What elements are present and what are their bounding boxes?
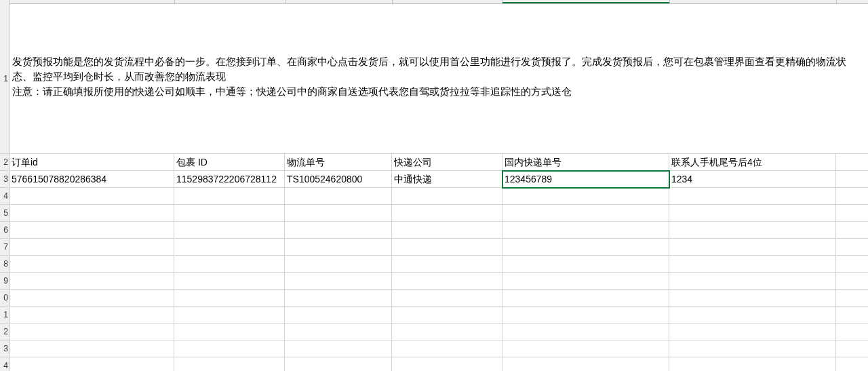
row-header-3[interactable]: 3 (0, 171, 9, 188)
row-header-1[interactable]: 1 (0, 4, 9, 154)
row-number-gutter: 1 2 3 4 5 6 7 8 9 0 1 2 3 4 (0, 0, 9, 371)
header-courier-company[interactable]: 快递公司 (392, 154, 502, 171)
empty-row[interactable] (9, 188, 868, 205)
empty-row[interactable] (9, 357, 868, 371)
row-header-9[interactable]: 9 (0, 273, 9, 290)
row-header-7[interactable]: 7 (0, 239, 9, 256)
cell-order-id[interactable]: 576615078820286384 (9, 171, 174, 188)
empty-row[interactable] (9, 307, 868, 324)
empty-row[interactable] (9, 290, 868, 307)
empty-row[interactable] (9, 340, 868, 357)
column-header-selected-indicator (502, 0, 669, 3)
empty-row[interactable] (9, 256, 868, 273)
row-header-14[interactable]: 4 (0, 357, 9, 371)
cell-domestic-tracking-number[interactable]: 123456789 (502, 171, 669, 188)
cell-logistics-number[interactable]: TS100524620800 (285, 171, 392, 188)
cell-package-id[interactable]: 1152983722206728112 (174, 171, 285, 188)
header-row: 订单id 包裹 ID 物流单号 快递公司 国内快递单号 联系人手机尾号后4位 (9, 154, 868, 171)
empty-row[interactable] (9, 273, 868, 290)
empty-row[interactable] (9, 239, 868, 256)
header-contact-phone-last4[interactable]: 联系人手机尾号后4位 (669, 154, 836, 171)
data-row: 576615078820286384 1152983722206728112 T… (9, 171, 868, 188)
cells-area: 发货预报功能是您的发货流程中必备的一步。在您接到订单、在商家中心点击发货后，就可… (9, 0, 868, 371)
row-header-12[interactable]: 2 (0, 324, 9, 340)
header-order-id[interactable]: 订单id (9, 154, 174, 171)
row-header-10[interactable]: 0 (0, 290, 9, 307)
row-header-6[interactable]: 6 (0, 222, 9, 239)
row-header-13[interactable]: 3 (0, 340, 9, 357)
data-grid: 订单id 包裹 ID 物流单号 快递公司 国内快递单号 联系人手机尾号后4位 5… (9, 154, 868, 371)
empty-row[interactable] (9, 205, 868, 222)
cell-contact-phone-last4[interactable]: 1234 (669, 171, 836, 188)
header-domestic-tracking-number[interactable]: 国内快递单号 (502, 154, 669, 171)
row-header-5[interactable]: 5 (0, 205, 9, 222)
row-header-8[interactable]: 8 (0, 256, 9, 273)
header-package-id[interactable]: 包裹 ID (174, 154, 285, 171)
row-header-11[interactable]: 1 (0, 307, 9, 324)
empty-row[interactable] (9, 324, 868, 340)
instructions-line-2: 注意：请正确填报所使用的快递公司如顺丰，中通等；快递公司中的商家自送选项代表您自… (12, 84, 865, 99)
row-header-2[interactable]: 2 (0, 154, 9, 171)
empty-row[interactable] (9, 222, 868, 239)
instructions-line-1: 发货预报功能是您的发货流程中必备的一步。在您接到订单、在商家中心点击发货后，就可… (12, 54, 865, 84)
row-header-4[interactable]: 4 (0, 188, 9, 205)
header-logistics-number[interactable]: 物流单号 (285, 154, 392, 171)
cell-courier-company[interactable]: 中通快递 (392, 171, 502, 188)
instructions-merged-cell[interactable]: 发货预报功能是您的发货流程中必备的一步。在您接到订单、在商家中心点击发货后，就可… (9, 4, 868, 154)
spreadsheet-view: 1 2 3 4 5 6 7 8 9 0 1 2 3 4 发货预报功能是您的发货流… (0, 0, 868, 371)
